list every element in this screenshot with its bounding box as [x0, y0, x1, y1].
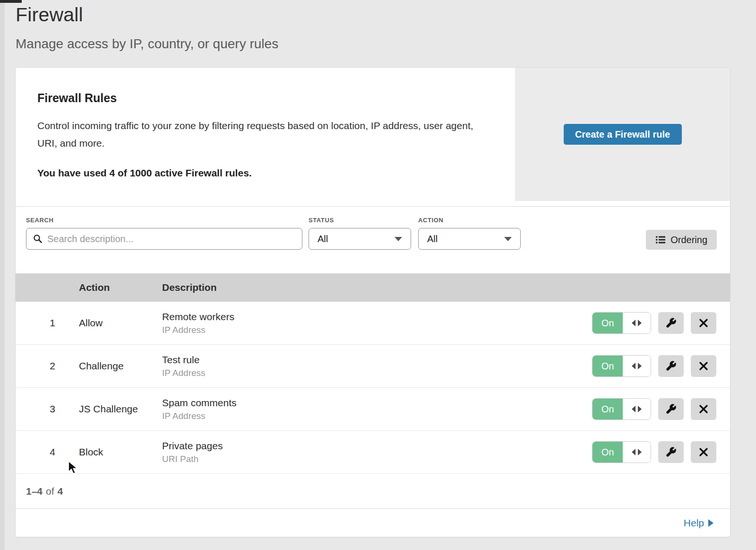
rule-enabled-toggle[interactable]: On: [592, 355, 651, 377]
card-footer: Help: [16, 509, 730, 537]
rule-description-title: Private pages: [162, 440, 592, 452]
status-select[interactable]: All: [309, 228, 411, 250]
rule-action: JS Challenge: [79, 403, 162, 415]
search-filter-group: SEARCH: [26, 217, 302, 250]
status-selected-value: All: [318, 234, 328, 244]
rule-controls: On: [592, 312, 716, 334]
page-title: Firewall: [16, 4, 756, 26]
firewall-rules-card: Firewall Rules Control incoming traffic …: [16, 68, 730, 537]
help-link[interactable]: Help: [684, 517, 713, 529]
arrow-right-icon: [638, 363, 642, 369]
rule-description-title: Test rule: [162, 354, 592, 366]
toggle-handle[interactable]: [623, 399, 651, 419]
edit-rule-button[interactable]: [658, 355, 684, 377]
wrench-icon: [665, 403, 677, 415]
table-row: 3 JS Challenge Spam comments IP Address …: [16, 388, 730, 431]
toggle-handle[interactable]: [623, 356, 651, 376]
search-box[interactable]: [26, 228, 302, 250]
toggle-handle[interactable]: [623, 313, 651, 333]
edit-rule-button[interactable]: [658, 441, 684, 463]
toggle-on-label: On: [593, 313, 623, 333]
rule-action: Allow: [79, 317, 162, 329]
rule-match-field: IP Address: [162, 325, 592, 335]
pagination-range: 1–4: [26, 486, 43, 497]
page-header: Firewall Manage access by IP, country, o…: [0, 0, 756, 52]
ordering-list-icon: [655, 235, 666, 244]
table-row: 2 Challenge Test rule IP Address On: [16, 345, 730, 388]
wrench-icon: [665, 360, 677, 372]
rule-priority: 3: [26, 403, 79, 415]
toggle-handle[interactable]: [623, 442, 651, 463]
chevron-down-icon: [504, 237, 512, 241]
pagination-of: of: [46, 486, 54, 497]
rule-controls: On: [592, 441, 716, 463]
rule-priority: 2: [26, 360, 79, 372]
intro-description: Control incoming traffic to your zone by…: [37, 117, 491, 152]
window-edge: [0, 0, 4, 550]
delete-rule-button[interactable]: [691, 441, 716, 463]
filters-bar: SEARCH STATUS All ACTION All: [16, 207, 730, 273]
intro-action-panel: Create a Firewall rule: [515, 68, 730, 201]
search-input[interactable]: [47, 234, 295, 244]
rule-description-title: Remote workers: [162, 311, 592, 323]
rule-priority: 4: [26, 446, 79, 458]
close-icon: [698, 318, 709, 328]
ordering-button-label: Ordering: [670, 235, 707, 245]
pagination-row: 1–4 of 4: [16, 474, 730, 509]
intro-heading: Firewall Rules: [37, 91, 493, 105]
rule-controls: On: [592, 355, 716, 377]
action-select[interactable]: All: [418, 228, 521, 250]
action-filter-group: ACTION All: [418, 217, 521, 250]
action-selected-value: All: [427, 234, 438, 244]
status-label: STATUS: [309, 217, 411, 224]
rule-enabled-toggle[interactable]: On: [592, 398, 651, 420]
arrow-left-icon: [632, 449, 636, 455]
edit-rule-button[interactable]: [658, 398, 684, 420]
table-row: 1 Allow Remote workers IP Address On: [16, 302, 730, 345]
arrow-right-icon: [638, 449, 642, 455]
arrow-left-icon: [632, 320, 636, 326]
rule-description: Remote workers IP Address: [162, 311, 592, 335]
delete-rule-button[interactable]: [691, 312, 716, 334]
arrow-left-icon: [632, 363, 636, 369]
rule-description: Private pages URI Path: [162, 440, 592, 464]
arrow-left-icon: [632, 406, 636, 412]
window-corner-fragment: [0, 0, 22, 3]
intro-usage-count: You have used 4 of 1000 active Firewall …: [37, 167, 493, 179]
arrow-right-icon: [638, 320, 642, 326]
status-filter-group: STATUS All: [309, 217, 411, 250]
pagination-total: 4: [58, 486, 63, 497]
rule-match-field: IP Address: [162, 411, 592, 421]
delete-rule-button[interactable]: [691, 355, 716, 377]
table-header: Action Description: [16, 273, 730, 302]
create-firewall-rule-button[interactable]: Create a Firewall rule: [564, 124, 682, 145]
rule-match-field: IP Address: [162, 368, 592, 378]
wrench-icon: [665, 446, 677, 458]
rule-description: Spam comments IP Address: [162, 397, 592, 421]
action-label: ACTION: [418, 217, 521, 224]
delete-rule-button[interactable]: [691, 398, 716, 420]
search-label: SEARCH: [26, 217, 302, 224]
toggle-on-label: On: [593, 356, 623, 376]
action-column-header: Action: [79, 282, 162, 293]
rule-priority: 1: [26, 317, 79, 329]
close-icon: [698, 404, 709, 414]
chevron-down-icon: [395, 237, 402, 241]
search-icon: [33, 234, 43, 244]
table-row: 4 Block Private pages URI Path On: [16, 431, 730, 474]
rule-description-title: Spam comments: [162, 397, 592, 409]
toggle-on-label: On: [593, 399, 623, 419]
close-icon: [698, 447, 709, 457]
close-icon: [698, 361, 709, 371]
help-link-label: Help: [684, 517, 704, 529]
ordering-button[interactable]: Ordering: [646, 230, 717, 250]
rule-match-field: URI Path: [162, 454, 592, 464]
page-subtitle: Manage access by IP, country, or query r…: [16, 36, 756, 52]
rule-enabled-toggle[interactable]: On: [592, 441, 651, 463]
edit-rule-button[interactable]: [658, 312, 684, 334]
intro-text-panel: Firewall Rules Control incoming traffic …: [16, 68, 515, 206]
arrow-right-icon: [708, 519, 713, 527]
rule-enabled-toggle[interactable]: On: [592, 312, 651, 334]
arrow-right-icon: [638, 406, 642, 412]
intro-section: Firewall Rules Control incoming traffic …: [16, 68, 730, 207]
